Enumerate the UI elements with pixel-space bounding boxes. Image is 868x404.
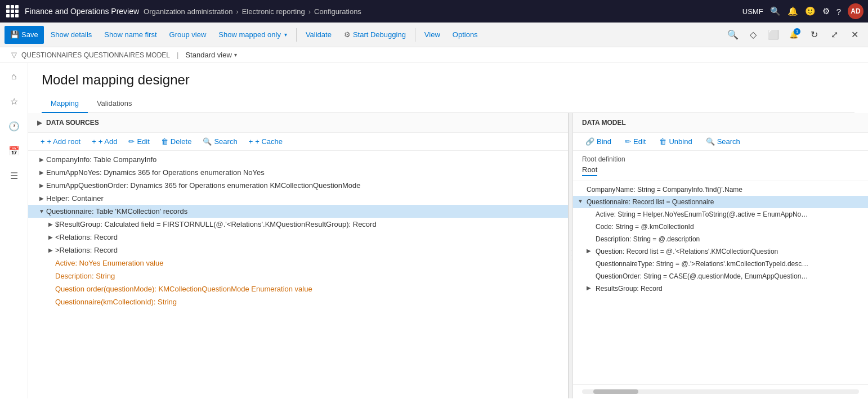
close-icon[interactable]: ✕	[845, 26, 863, 44]
view-selector[interactable]: Standard view ▾	[185, 51, 236, 59]
cache-label: + Cache	[255, 137, 283, 146]
diamond-icon[interactable]: ◇	[744, 26, 762, 44]
delete-button[interactable]: 🗑 Delete	[158, 136, 195, 147]
tree-item[interactable]: Question order(questionMode): KMCollecti…	[28, 282, 568, 295]
show-details-label: Show details	[51, 30, 92, 39]
cache-button[interactable]: + + Cache	[245, 136, 286, 147]
sidebar-star-icon[interactable]: ☆	[5, 92, 23, 110]
sidebar-calendar-icon[interactable]: 📅	[5, 142, 23, 160]
bind-icon: 🔗	[585, 137, 594, 146]
save-button[interactable]: 💾 Save	[5, 26, 44, 44]
sidebar-clock-icon[interactable]: 🕐	[5, 117, 23, 135]
dm-tree-item-text: QuestionnaireType: String = @.'>Relation…	[596, 260, 808, 268]
tree-item[interactable]: ▶$ResultGroup: Calculated field = FIRSTO…	[28, 218, 568, 231]
add-root-button[interactable]: + + Add root	[37, 136, 84, 147]
search-icon[interactable]: 🔍	[770, 6, 781, 16]
tree-item[interactable]: ▶EnumAppQuestionOrder: Dynamics 365 for …	[28, 179, 568, 192]
top-nav-bar: Finance and Operations Preview Organizat…	[0, 0, 868, 23]
waffle-menu[interactable]	[5, 3, 20, 19]
dm-tree-expand-icon: ▶	[587, 248, 596, 254]
data-sources-title: DATA SOURCES	[46, 119, 99, 127]
edit-button[interactable]: ✏ Edit	[125, 136, 153, 147]
tree-item[interactable]: ▶EnumAppNoYes: Dynamics 365 for Operatio…	[28, 166, 568, 179]
scrollbar-track[interactable]	[582, 389, 859, 394]
dm-tree-item[interactable]: QuestionnaireType: String = @.'>Relation…	[573, 258, 868, 270]
add-root-icon: +	[41, 137, 45, 146]
tree-item[interactable]: ▼Questionnaire: Table 'KMCollection' rec…	[28, 205, 568, 218]
filter-icon[interactable]: ▽	[11, 51, 17, 59]
dm-tree-item[interactable]: CompanyName: String = CompanyInfo.'find(…	[573, 183, 868, 196]
search-button[interactable]: 🔍 Search	[199, 136, 240, 147]
view-button[interactable]: View	[419, 26, 446, 44]
view-label: View	[424, 30, 440, 39]
tab-mapping[interactable]: Mapping	[42, 95, 88, 113]
scrollbar-thumb[interactable]	[593, 389, 638, 394]
debug-icon: ⚙	[344, 30, 351, 39]
smiley-icon[interactable]: 🙂	[805, 6, 816, 16]
data-sources-expand-icon[interactable]: ▶	[37, 119, 42, 127]
breadcrumb-item-3[interactable]: Configurations	[314, 7, 361, 16]
dm-tree-item-text: Code: String = @.kmCollectionId	[596, 223, 694, 231]
app-title: Finance and Operations Preview	[25, 7, 139, 16]
tree-item[interactable]: ▶<Relations: Record	[28, 231, 568, 244]
tab-validations[interactable]: Validations	[88, 95, 141, 113]
dm-tree-item[interactable]: ▶Question: Record list = @.'<Relations'.…	[573, 245, 868, 258]
drag-handle[interactable]: · · ·	[569, 113, 573, 398]
tree-item[interactable]: ▶CompanyInfo: Table CompanyInfo	[28, 153, 568, 166]
tree-item[interactable]: Questionnaire(kmCollectionId): String	[28, 295, 568, 308]
notification-icon[interactable]: 🔔	[788, 6, 798, 16]
tree-item[interactable]: ▶>Relations: Record	[28, 244, 568, 257]
breadcrumb-item-2[interactable]: Electronic reporting	[242, 7, 305, 16]
start-debugging-button[interactable]: ⚙ Start Debugging	[338, 26, 411, 44]
tree-item-text: Description: String	[55, 272, 115, 280]
add-button[interactable]: + + Add	[88, 136, 120, 147]
search-toolbar-icon[interactable]: 🔍	[724, 26, 742, 44]
dm-tree-item[interactable]: Code: String = @.kmCollectionId	[573, 221, 868, 233]
add-label: + Add	[99, 137, 118, 146]
tree-item[interactable]: ▶Helper: Container	[28, 192, 568, 205]
dm-search-button[interactable]: 🔍 Search	[703, 136, 744, 147]
show-mapped-only-button[interactable]: Show mapped only ▾	[213, 26, 293, 44]
unbind-button[interactable]: 🗑 Unbind	[656, 136, 695, 147]
data-model-tree: CompanyName: String = CompanyInfo.'find(…	[573, 181, 868, 384]
sidebar-home-icon[interactable]: ⌂	[5, 68, 23, 86]
breadcrumb-item-1[interactable]: Organization administration	[144, 7, 232, 16]
show-name-first-button[interactable]: Show name first	[99, 26, 162, 44]
data-model-title: DATA MODEL	[582, 119, 626, 127]
tree-item-text: Questionnaire: Table 'KMCollection' reco…	[46, 207, 187, 216]
dm-tree-item[interactable]: ▶ResultsGroup: Record	[573, 282, 868, 295]
dm-tree-item[interactable]: Description: String = @.description	[573, 233, 868, 245]
avatar[interactable]: AD	[848, 3, 863, 19]
expand-icon[interactable]: ⬜	[764, 26, 782, 44]
root-definition-value: Root	[582, 165, 597, 176]
options-button[interactable]: Options	[447, 26, 484, 44]
tree-item-text: >Relations: Record	[55, 246, 118, 254]
show-details-button[interactable]: Show details	[45, 26, 98, 44]
badge-icon[interactable]: 🔔 1	[785, 26, 803, 44]
bind-button[interactable]: 🔗 Bind	[582, 136, 615, 147]
sidebar-list-icon[interactable]: ☰	[5, 167, 23, 185]
left-panel-data-sources: ▶ DATA SOURCES + + Add root + + Add ✏ Ed…	[28, 113, 569, 398]
popout-icon[interactable]: ⤢	[825, 26, 843, 44]
dm-tree-item[interactable]: Active: String = Helper.NoYesEnumToStrin…	[573, 208, 868, 221]
add-icon: +	[92, 137, 96, 146]
group-view-button[interactable]: Group view	[164, 26, 212, 44]
validate-label: Validate	[306, 30, 332, 39]
dm-tree-item-text: CompanyName: String = CompanyInfo.'find(…	[587, 186, 742, 194]
toolbar-right: 🔍 ◇ ⬜ 🔔 1 ↻ ⤢ ✕	[724, 26, 863, 44]
validate-button[interactable]: Validate	[300, 26, 337, 44]
refresh-icon[interactable]: ↻	[805, 26, 823, 44]
tree-item-text: CompanyInfo: Table CompanyInfo	[46, 155, 156, 164]
tree-item[interactable]: Active: NoYes Enumeration value	[28, 257, 568, 270]
dm-tree-expand-icon: ▼	[578, 198, 587, 204]
edit-icon: ✏	[128, 137, 135, 146]
help-icon[interactable]: ?	[836, 7, 841, 16]
dm-tree-item[interactable]: ▼Questionnaire: Record list = Questionna…	[573, 196, 868, 208]
tree-item[interactable]: Description: String	[28, 270, 568, 282]
breadcrumb-sep-2: ›	[308, 7, 311, 16]
show-mapped-only-label: Show mapped only	[218, 30, 281, 39]
dm-tree-item[interactable]: QuestionOrder: String = CASE(@.questionM…	[573, 270, 868, 282]
dm-edit-button[interactable]: ✏ Edit	[621, 136, 649, 147]
settings-icon[interactable]: ⚙	[822, 6, 830, 16]
data-sources-header: ▶ DATA SOURCES	[28, 113, 568, 133]
